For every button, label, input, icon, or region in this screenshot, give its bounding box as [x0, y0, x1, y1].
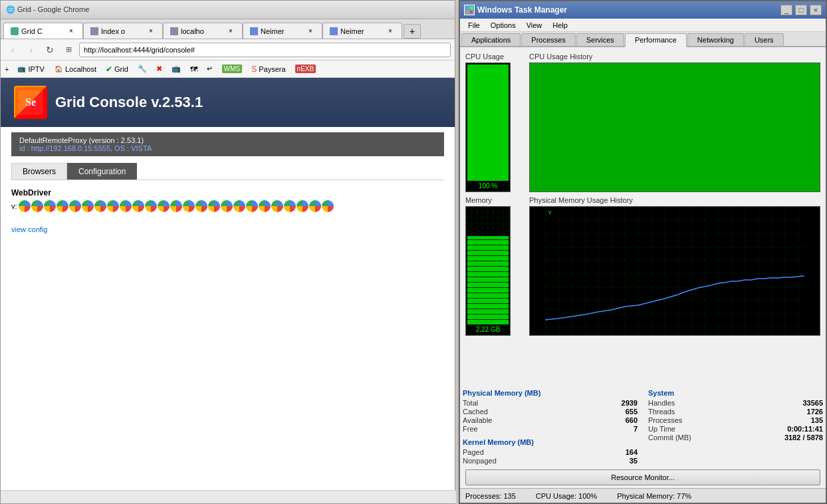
tab-close-2[interactable]: × [146, 27, 156, 36]
tab-close-5[interactable]: × [386, 27, 395, 36]
browser-icon [82, 200, 94, 212]
tab-close[interactable]: × [66, 27, 76, 36]
tab-close-4[interactable]: × [306, 27, 315, 36]
view-config-link[interactable]: view config [11, 225, 47, 233]
cpu-percent-label: 100 % [479, 182, 497, 189]
physical-memory-col: Physical Memory (MB) Total 2939 Cached 6… [463, 389, 638, 465]
bookmark-wms[interactable]: WMS [218, 63, 246, 76]
bookmark-grid-icon: ✔ [106, 64, 112, 74]
forward-button[interactable]: › [23, 42, 39, 58]
bookmarks-bar: + 📺 IPTV 🏠 Localhost ✔ Grid 🔧 ✖ 📺 🗺 ↵ [1, 61, 455, 78]
stat-free: Free 7 [463, 425, 638, 433]
bookmark-paysera-icon: S [251, 64, 257, 74]
browser-icon [44, 200, 56, 212]
tm-tab-applications[interactable]: Applications [461, 33, 521, 46]
svg-rect-3 [470, 11, 473, 13]
memory-history-label: Physical Memory Usage History [529, 196, 820, 204]
bookmark-map[interactable]: 🗺 [186, 63, 201, 76]
tab-grid[interactable]: Grid C × [3, 23, 83, 39]
page-title: Grid Console v.2.53.1 [55, 94, 203, 111]
tab-favicon-2 [90, 27, 98, 35]
browser-icon [183, 200, 195, 212]
bookmark-iptv[interactable]: 📺 IPTV [13, 63, 48, 76]
proxy-name: DefaultRemoteProxy (version : 2.53.1) [19, 136, 436, 144]
refresh-button[interactable]: ↻ [42, 42, 58, 58]
memory-history-graph: Y [529, 206, 820, 336]
new-tab-button[interactable]: + [404, 24, 421, 39]
browser-icons [19, 200, 334, 212]
address-input[interactable]: http://localhost:4444/grid/console# [79, 43, 451, 57]
apps-button[interactable]: ⊞ [60, 42, 76, 58]
tab-favicon-4 [250, 27, 258, 35]
tab-favicon [11, 27, 19, 35]
browser-icon [132, 200, 144, 212]
browser-icon [120, 200, 132, 212]
tm-statusbar: Processes: 135 CPU Usage: 100% Physical … [460, 488, 826, 503]
bookmark-nexb-icon: nEXB [295, 64, 316, 73]
browser-icons-row: v: [11, 200, 444, 212]
memory-section: Memory 2,22 GB [465, 196, 524, 336]
bookmark-tool2[interactable]: ✖ [152, 63, 166, 76]
system-col: System Handles 33565 Threads 1726 Proces… [648, 389, 823, 465]
content-tabs: Browsers Configuration [11, 163, 444, 180]
tab-n1[interactable]: Neimer × [243, 23, 322, 39]
browser-icon [296, 200, 308, 212]
browser-icon [259, 200, 271, 212]
bookmark-map-icon: 🗺 [190, 65, 197, 73]
svg-rect-13 [545, 207, 804, 336]
back-button[interactable]: ‹ [5, 42, 21, 58]
browser-icon [221, 200, 233, 212]
bookmark-grid[interactable]: ✔ Grid [102, 63, 132, 76]
kernel-memory-title: Kernel Memory (MB) [463, 438, 638, 446]
webdriver-section: WebDriver v: [11, 188, 444, 212]
browser-statusbar [1, 490, 456, 503]
cpu-history-section: CPU Usage History Y [529, 53, 820, 192]
svg-rect-2 [466, 11, 469, 13]
browser-icon [233, 200, 245, 212]
browser-icon [19, 200, 31, 212]
bookmark-nexb[interactable]: nEXB [291, 63, 320, 76]
bookmarks-add[interactable]: + [5, 65, 9, 73]
tm-menu-view[interactable]: View [521, 19, 548, 32]
physical-memory-title: Physical Memory (MB) [463, 389, 638, 397]
resource-monitor-button[interactable]: Resource Monitor... [465, 469, 820, 485]
tm-menu-options[interactable]: Options [485, 19, 521, 32]
tab-browsers[interactable]: Browsers [11, 163, 67, 180]
browser-window: 🌐 Grid - Google Chrome Grid C × Index o … [0, 0, 455, 504]
browser-icon [208, 200, 220, 212]
tm-restore-button[interactable]: □ [795, 5, 807, 15]
tm-tab-processes[interactable]: Processes [521, 33, 575, 46]
bookmark-localhost[interactable]: 🏠 Localhost [50, 63, 100, 76]
svg-rect-0 [466, 7, 469, 9]
tm-tab-networking[interactable]: Networking [687, 33, 744, 46]
tm-tab-performance[interactable]: Performance [625, 33, 687, 47]
tab-local[interactable]: localho × [163, 23, 243, 39]
tm-menu-file[interactable]: File [463, 19, 485, 32]
cpu-history-svg: Y [530, 63, 820, 191]
tab-favicon-5 [330, 27, 338, 35]
bookmark-arrow[interactable]: ↵ [203, 63, 217, 76]
status-memory: Physical Memory: 77% [617, 492, 691, 500]
tm-tab-users[interactable]: Users [745, 33, 784, 46]
tm-bottom-row: Memory 2,22 GB Physical Memory Usage His… [465, 196, 820, 336]
tab-index[interactable]: Index o × [83, 23, 163, 39]
tab-configuration[interactable]: Configuration [67, 163, 137, 180]
stat-cached: Cached 655 [463, 408, 638, 416]
browser-titlebar: 🌐 Grid - Google Chrome [1, 1, 455, 19]
tm-minimize-button[interactable]: _ [780, 5, 792, 15]
browser-icon [322, 200, 334, 212]
tm-tab-services[interactable]: Services [576, 33, 624, 46]
tm-stats: Physical Memory (MB) Total 2939 Cached 6… [460, 385, 826, 467]
tm-menu-help[interactable]: Help [547, 19, 573, 32]
tab-close-3[interactable]: × [226, 27, 235, 36]
browser-title: 🌐 Grid - Google Chrome [6, 5, 89, 14]
tm-close-button[interactable]: × [810, 5, 822, 15]
content-tabs-container: Browsers Configuration [11, 163, 444, 180]
stat-threads: Threads 1726 [648, 408, 823, 416]
bookmark-tv[interactable]: 📺 [168, 63, 185, 76]
bookmark-x-icon: ✖ [156, 64, 162, 73]
bookmark-paysera[interactable]: S Paysera [247, 63, 289, 76]
tab-n2[interactable]: Neimer × [322, 23, 402, 39]
bookmark-iptv-icon: 📺 [17, 64, 26, 74]
bookmark-tool1[interactable]: 🔧 [134, 63, 151, 76]
